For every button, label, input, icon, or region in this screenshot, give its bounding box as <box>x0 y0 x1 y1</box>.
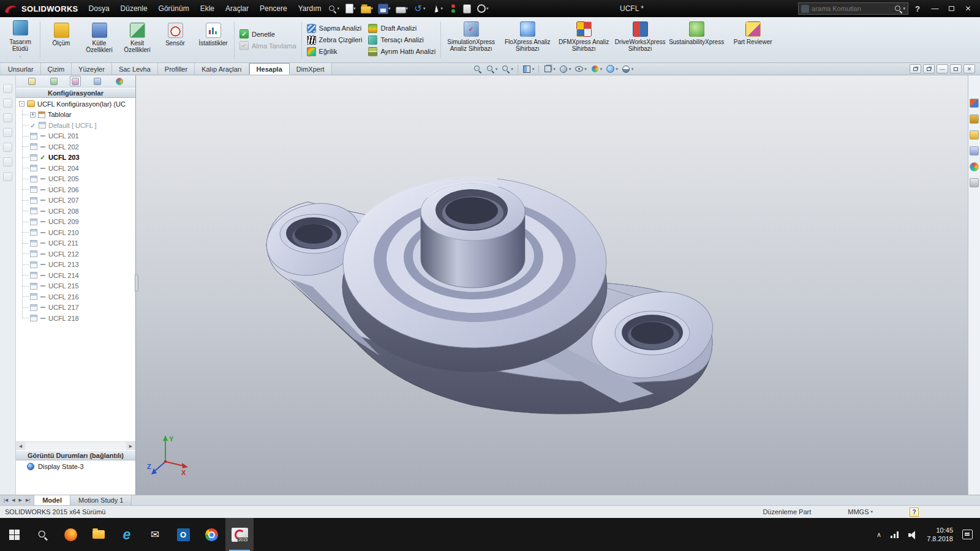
file-properties-button[interactable] <box>462 3 472 15</box>
left-toolbar-icon-2[interactable] <box>3 99 12 108</box>
search-submit[interactable]: ▾ <box>894 5 906 13</box>
menu-item-ara-lar[interactable]: Araçlar <box>220 2 254 15</box>
next-sheet-icon[interactable]: ▶ <box>18 498 23 503</box>
ribbon-sapma-analizi-button[interactable]: Sapma Analizi <box>307 24 363 33</box>
menu-item-ekle[interactable]: Ekle <box>195 2 220 15</box>
print-button[interactable]: ▾ <box>394 3 410 15</box>
undo-button[interactable]: ▾ <box>412 2 427 15</box>
search-taskbar-button[interactable] <box>28 518 56 551</box>
doc-close-button[interactable]: ✕ <box>963 64 975 73</box>
design-library-icon[interactable] <box>970 114 979 124</box>
left-toolbar-icon-3[interactable] <box>3 113 12 122</box>
menu-item-yard-m[interactable]: Yardım <box>293 2 327 15</box>
new-window-button[interactable] <box>910 64 921 73</box>
display-state-item[interactable]: Display State-3 <box>16 460 135 473</box>
tab-configuration-manager[interactable] <box>70 76 81 86</box>
view-palette-icon[interactable] <box>970 146 979 156</box>
previous-view-button[interactable]: ▾ <box>500 64 514 74</box>
panel-horizontal-scrollbar[interactable]: ◀ ▶ <box>16 441 135 450</box>
close-button[interactable]: ✕ <box>960 2 976 15</box>
left-toolbar-icon-1[interactable] <box>3 84 12 93</box>
tree-item-ucfl-215[interactable]: UCFL 215 <box>16 281 135 292</box>
chrome-taskbar-button[interactable] <box>197 518 225 551</box>
ribbon-tersa-analizi-button[interactable]: Tersaçı Analizi <box>368 36 435 45</box>
select-button[interactable]: ▾ <box>429 2 445 15</box>
taskbar-clock[interactable]: 10:45 7.8.2018 <box>927 526 953 543</box>
menu-item-g-r-n-m[interactable]: Görünüm <box>153 2 195 15</box>
apply-scene-button[interactable]: ▾ <box>605 64 619 74</box>
view-orientation-button[interactable]: ▾ <box>542 64 557 74</box>
new-document-button[interactable]: ▾ <box>344 2 357 15</box>
prev-sheet-icon[interactable]: ◀ <box>10 498 16 503</box>
tree-item-ucfl-202[interactable]: UCFL 202 <box>16 141 135 152</box>
scroll-right-icon[interactable]: ▶ <box>126 442 135 451</box>
panel-splitter-handle[interactable] <box>135 274 138 291</box>
ucfl-flange-bearing-model[interactable] <box>136 75 968 495</box>
tree-item-ucfl-208[interactable]: UCFL 208 <box>16 206 135 217</box>
ribbon-e-rilik-button[interactable]: Eğrilik <box>307 47 363 56</box>
start-taskbar-button[interactable] <box>0 518 28 551</box>
help-icon[interactable]: ? <box>914 4 921 13</box>
tree-item-ucfl-214[interactable]: UCFL 214 <box>16 270 135 281</box>
save-button[interactable]: ▾ <box>377 2 392 15</box>
mail-taskbar-button[interactable] <box>141 518 169 551</box>
tree-item-ucfl-205[interactable]: UCFL 205 <box>16 174 135 185</box>
tree-item-ucfl-204[interactable]: UCFL 204 <box>16 163 135 174</box>
tree-item-default-config[interactable]: ✓Default [ UCFL ] <box>16 120 135 131</box>
tree-item-ucfl-211[interactable]: UCFL 211 <box>16 238 135 249</box>
rebuild-button[interactable] <box>447 2 459 15</box>
left-toolbar-icon-6[interactable] <box>3 157 12 167</box>
status-help-icon[interactable]: ? <box>910 508 919 517</box>
edge-taskbar-button[interactable] <box>113 518 141 551</box>
tree-item-ucfl-206[interactable]: UCFL 206 <box>16 184 135 195</box>
command-search-box[interactable]: ▾ <box>798 2 908 15</box>
tile-window-button[interactable] <box>923 64 935 73</box>
tab-display-manager[interactable] <box>114 76 125 86</box>
tab-kal-p-ara-lar[interactable]: Kalıp Araçları <box>195 63 249 75</box>
zoom-fit-button[interactable] <box>472 64 483 74</box>
outlook-taskbar-button[interactable] <box>169 518 197 551</box>
tab-sac-levha[interactable]: Sac Levha <box>112 63 158 75</box>
firefox-taskbar-button[interactable] <box>56 518 85 551</box>
ribbon-simulationxpress-analiz-sihirbaz-button[interactable]: SimulationXpress Analiz Sihirbazı <box>443 18 499 61</box>
units-selector[interactable]: MMGS▾ <box>848 508 873 515</box>
tree-item-ucfl-217[interactable]: UCFL 217 <box>16 302 135 313</box>
last-sheet-icon[interactable]: ▶| <box>24 498 31 503</box>
open-button[interactable]: ▾ <box>360 2 375 15</box>
tray-expand-icon[interactable]: ∧ <box>876 531 881 539</box>
tab-dimxpert[interactable]: DimXpert <box>290 63 332 75</box>
edit-appearance-button[interactable]: ▾ <box>589 64 604 74</box>
ribbon-sens-r-button[interactable]: Sensör <box>156 18 194 61</box>
tab-featuremanager-tree[interactable] <box>26 76 37 86</box>
ribbon-denetle-button[interactable]: Denetle <box>239 29 296 39</box>
left-toolbar-icon-7[interactable] <box>3 172 12 181</box>
ribbon-dfmxpress-analiz-sihirbaz-button[interactable]: DFMXpress Analiz Sihirbazı <box>556 18 612 61</box>
ribbon-sustainabilityxpress-button[interactable]: SustainabilityXpress <box>668 18 725 61</box>
tree-item-ucfl-218[interactable]: UCFL 218 <box>16 313 135 324</box>
appearances-scenes-icon[interactable] <box>970 162 979 171</box>
doc-minimize-button[interactable]: — <box>937 64 948 73</box>
tree-item-ucfl-210[interactable]: UCFL 210 <box>16 227 135 238</box>
file-explorer-icon[interactable] <box>970 130 979 140</box>
ribbon-i-statistikler-button[interactable]: İstatistikler <box>194 18 232 61</box>
hide-show-items-button[interactable]: ▾ <box>573 64 588 74</box>
ribbon-l-m-button[interactable]: Ölçüm <box>42 18 80 61</box>
ribbon-part-reviewer-button[interactable]: Part Reviewer <box>725 18 781 61</box>
solidworks-taskbar-button[interactable]: 2015 <box>225 518 254 551</box>
menu-item-d-zenle[interactable]: Düzenle <box>115 2 153 15</box>
tab-hesapla[interactable]: Hesapla <box>249 63 290 75</box>
maximize-button[interactable] <box>943 2 960 15</box>
menu-item-pencere[interactable]: Pencere <box>254 2 293 15</box>
minimize-button[interactable]: — <box>927 2 943 15</box>
ribbon-draft-analizi-button[interactable]: Draft Analizi <box>368 24 435 33</box>
search-menu-toggle[interactable]: ▾ <box>328 5 340 13</box>
tab-izim[interactable]: Çizim <box>41 63 72 75</box>
section-view-button[interactable]: ▾ <box>521 64 536 74</box>
custom-properties-icon[interactable] <box>970 178 979 187</box>
tab-unsurlar[interactable]: Unsurlar <box>1 63 41 75</box>
left-toolbar-icon-4[interactable] <box>3 128 12 137</box>
tree-item-ucfl-201[interactable]: UCFL 201 <box>16 131 135 142</box>
volume-icon[interactable] <box>908 531 918 539</box>
first-sheet-icon[interactable]: |◀ <box>2 498 9 503</box>
design-study-button[interactable]: Tasarım Etüdü ▾ <box>2 18 38 61</box>
